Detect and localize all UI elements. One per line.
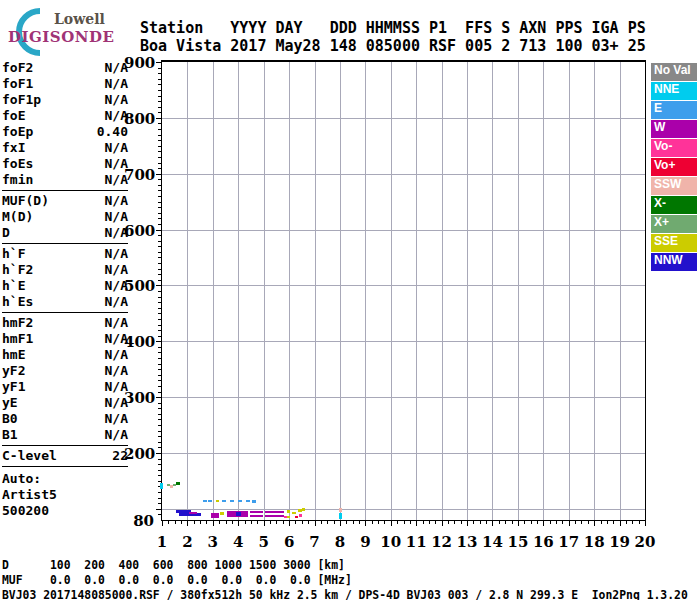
y-axis-minor-tick xyxy=(158,375,161,376)
param-label: D xyxy=(2,225,10,241)
x-axis-minor-tick xyxy=(353,521,354,524)
y-axis-minor-tick xyxy=(158,514,161,515)
param-value: N/A xyxy=(105,411,128,427)
x-axis-minor-tick xyxy=(194,521,195,524)
legend-item: X- xyxy=(651,196,697,214)
gridline-vertical xyxy=(442,62,443,520)
x-axis-minor-tick xyxy=(588,521,589,524)
echo-mark xyxy=(265,511,284,513)
x-axis-minor-tick xyxy=(499,521,500,524)
y-axis-minor-tick xyxy=(158,179,161,180)
param-label: hmF2 xyxy=(2,315,33,331)
y-axis-minor-tick xyxy=(158,392,161,393)
x-axis-minor-tick xyxy=(168,521,169,524)
x-axis-minor-tick xyxy=(346,521,347,524)
y-axis-minor-tick xyxy=(158,330,161,331)
x-axis-minor-tick xyxy=(581,521,582,524)
x-axis-tick xyxy=(238,521,239,526)
x-axis-minor-tick xyxy=(206,521,207,524)
y-axis-minor-tick xyxy=(158,185,161,186)
y-axis-minor-tick xyxy=(158,129,161,130)
param-value: N/A xyxy=(105,262,128,278)
legend-item: Vo- xyxy=(651,139,697,157)
echo-mark xyxy=(236,512,241,516)
legend-item: SSE xyxy=(651,234,697,252)
gridline-vertical xyxy=(340,62,341,520)
y-axis-tick xyxy=(156,397,161,398)
x-axis-minor-tick xyxy=(505,521,506,524)
x-axis-tick xyxy=(391,521,392,526)
echo-mark xyxy=(216,500,219,502)
x-axis-label: 6 xyxy=(277,533,301,551)
param-row: h`EsN/A xyxy=(2,294,128,310)
y-axis-minor-tick xyxy=(158,464,161,465)
gridline-vertical xyxy=(594,62,595,520)
gridline-vertical xyxy=(620,62,621,520)
echo-mark xyxy=(246,500,250,502)
x-axis-minor-tick xyxy=(251,521,252,524)
echo-mark xyxy=(160,483,163,489)
param-value: N/A xyxy=(105,246,128,262)
y-axis-minor-tick xyxy=(158,79,161,80)
y-axis-label: 400 xyxy=(124,333,154,351)
x-axis-minor-tick xyxy=(404,521,405,524)
direction-legend: No ValNNEEWVo-Vo+SSWX-X+SSENNW xyxy=(651,63,697,272)
param-row: B0N/A xyxy=(2,411,128,427)
y-axis-minor-tick xyxy=(158,218,161,219)
y-axis-minor-tick xyxy=(158,224,161,225)
x-axis-minor-tick xyxy=(410,521,411,524)
x-axis-minor-tick xyxy=(626,521,627,524)
y-axis-minor-tick xyxy=(158,280,161,281)
y-axis-minor-tick xyxy=(158,269,161,270)
gridline-vertical xyxy=(492,62,493,520)
y-axis-minor-tick xyxy=(158,168,161,169)
x-axis-label: 7 xyxy=(303,533,327,551)
legend-item: NNE xyxy=(651,82,697,100)
x-axis-minor-tick xyxy=(378,521,379,524)
x-axis-minor-tick xyxy=(473,521,474,524)
y-axis-label: 500 xyxy=(124,277,154,295)
x-axis-tick xyxy=(518,521,519,526)
muf-row: MUF 0.0 0.0 0.0 0.0 0.0 0.0 0.0 0.0 [MHz… xyxy=(2,574,352,586)
y-axis-tick xyxy=(156,285,161,286)
echo-mark xyxy=(208,500,212,502)
x-axis-label: 19 xyxy=(608,533,632,551)
x-axis-minor-tick xyxy=(327,521,328,524)
autoscaler-info-line: 500200 xyxy=(2,503,128,519)
y-axis-minor-tick xyxy=(158,235,161,236)
param-row: fminN/A xyxy=(2,172,128,188)
y-axis-minor-tick xyxy=(158,425,161,426)
echo-mark xyxy=(292,512,296,514)
param-value: N/A xyxy=(105,193,128,209)
gridline-horizontal xyxy=(162,230,645,231)
param-label: h`E xyxy=(2,278,25,294)
x-axis-minor-tick xyxy=(295,521,296,524)
echo-mark xyxy=(339,513,342,519)
x-axis-minor-tick xyxy=(639,521,640,524)
param-label: B1 xyxy=(2,427,18,443)
y-axis-minor-tick xyxy=(158,414,161,415)
y-axis-label: 700 xyxy=(124,166,154,184)
y-axis-minor-tick xyxy=(158,112,161,113)
gridline-vertical xyxy=(289,62,290,520)
y-axis-minor-tick xyxy=(158,498,161,499)
param-row: hmF2N/A xyxy=(2,315,128,331)
param-row: h`EN/A xyxy=(2,278,128,294)
param-value: N/A xyxy=(105,76,128,92)
legend-item: Vo+ xyxy=(651,158,697,176)
x-axis-minor-tick xyxy=(397,521,398,524)
parameter-panel: foF2N/AfoF1N/AfoF1pN/AfoEN/AfoEp0.40fxIN… xyxy=(2,60,128,519)
gridline-vertical xyxy=(238,62,239,520)
param-label: C-level xyxy=(2,448,57,464)
header-fields-line: Station YYYY DAY DDD HHMMSS P1 FFS S AXN… xyxy=(140,19,646,37)
y-axis-minor-tick xyxy=(158,358,161,359)
x-axis-tick xyxy=(213,521,214,526)
echo-mark xyxy=(238,500,242,502)
gridline-vertical xyxy=(315,62,316,520)
x-axis-minor-tick xyxy=(321,521,322,524)
x-axis-minor-tick xyxy=(200,521,201,524)
status-line: BVJ03_2017148085000.RSF / 380fx512h 50 k… xyxy=(2,589,688,600)
y-axis-minor-tick xyxy=(158,196,161,197)
x-axis-minor-tick xyxy=(613,521,614,524)
echo-mark xyxy=(211,513,219,518)
